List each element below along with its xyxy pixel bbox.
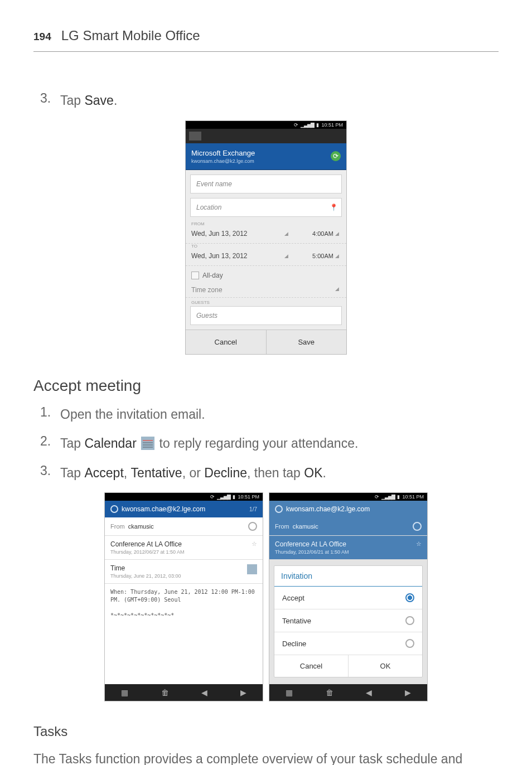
account-email: kwonsam.chae@k2.lge.com bbox=[286, 505, 370, 513]
account-email: kwonsam.chae@k2.lge.com bbox=[122, 505, 205, 513]
star-icon[interactable]: ☆ bbox=[252, 540, 257, 548]
step-bold-2: Tentative bbox=[131, 466, 182, 480]
dropdown-icon: ◢ bbox=[335, 286, 339, 294]
status-bar: ⟳ ▁▃▅▇ ▮ 10:51 PM bbox=[186, 121, 346, 129]
nav-calendar-icon: ▦ bbox=[286, 688, 293, 697]
location-input[interactable]: Location 📍 bbox=[190, 198, 342, 217]
time-value: Thursday, June 21, 2012, 03:00 bbox=[110, 573, 181, 579]
step-prefix: Tap bbox=[60, 466, 84, 480]
guests-input[interactable]: Guests bbox=[190, 306, 342, 325]
from-datetime[interactable]: Wed, Jun 13, 2012 ◢ 4:00AM ◢ bbox=[186, 226, 346, 244]
nav-next-icon[interactable]: ▶ bbox=[240, 688, 246, 697]
step-prefix: Tap bbox=[60, 436, 84, 451]
from-row[interactable]: From ckamusic bbox=[105, 517, 263, 536]
to-label: TO bbox=[191, 244, 346, 249]
calendar-icon[interactable] bbox=[247, 564, 257, 574]
to-date: Wed, Jun 13, 2012 bbox=[191, 252, 283, 260]
bottom-nav: ▦ 🗑 ◀ ▶ bbox=[269, 684, 427, 701]
body-line-2: PM. (GMT+09:00) Seoul bbox=[110, 596, 257, 604]
email-date: Thursday, 2012/06/21 at 1:50 AM bbox=[275, 549, 349, 555]
sync-status-icon: ⟳ bbox=[375, 494, 379, 500]
globe-icon bbox=[110, 505, 118, 513]
clock: 10:51 PM bbox=[238, 494, 259, 500]
map-pin-icon[interactable]: 📍 bbox=[330, 204, 338, 211]
page-header: 194 LG Smart Mobile Office bbox=[33, 28, 499, 52]
timezone-selector[interactable]: Time zone ◢ bbox=[186, 283, 346, 298]
nav-delete-icon: 🗑 bbox=[326, 688, 333, 697]
invitation-dialog: Invitation Accept Tentative Decline Canc… bbox=[274, 565, 423, 677]
dialog-ok-button[interactable]: OK bbox=[348, 655, 422, 677]
dropdown-icon: ◢ bbox=[284, 253, 288, 259]
option-tentative[interactable]: Tentative bbox=[274, 609, 422, 632]
save-button[interactable]: Save bbox=[266, 330, 347, 354]
tasks-paragraph-1: The Tasks function provides a complete o… bbox=[33, 749, 499, 765]
dropdown-icon: ◢ bbox=[284, 231, 288, 236]
account-title: Microsoft Exchange bbox=[191, 149, 255, 157]
event-name-input[interactable]: Event name bbox=[190, 175, 342, 193]
email-subject: Conference At LA Office bbox=[275, 540, 349, 548]
from-value: ckamusic bbox=[128, 523, 154, 530]
radio-icon bbox=[405, 616, 414, 625]
from-content: From ckamusic bbox=[275, 523, 318, 530]
body-line-3: *~*~*~*~*~*~*~*~*~* bbox=[110, 612, 257, 619]
step-text: Open the invitation email. bbox=[60, 405, 205, 424]
dialog-backdrop: Invitation Accept Tentative Decline Canc… bbox=[269, 560, 427, 684]
calendar-tabbar bbox=[186, 129, 346, 143]
time-row[interactable]: Time Thursday, June 21, 2012, 03:00 bbox=[105, 560, 263, 584]
cancel-button[interactable]: Cancel bbox=[186, 330, 266, 354]
phone-email-view: ⟳ ▁▃▅▇ ▮ 10:51 PM kwonsam.chae@k2.lge.co… bbox=[104, 492, 263, 701]
email-subject: Conference At LA Office bbox=[110, 540, 184, 548]
step-bold-3: Decline bbox=[204, 466, 247, 480]
screenshots-invitation: ⟳ ▁▃▅▇ ▮ 10:51 PM kwonsam.chae@k2.lge.co… bbox=[33, 492, 499, 701]
guests-label: GUESTS bbox=[191, 300, 346, 305]
account-selector[interactable]: Microsoft Exchange kwonsam.chae@k2.lge.c… bbox=[186, 143, 346, 170]
all-day-toggle[interactable]: All-day bbox=[186, 266, 346, 283]
from-time: 4:00AM bbox=[290, 230, 333, 237]
step-bold: Save bbox=[84, 93, 113, 108]
step-bold-1: Accept bbox=[84, 466, 123, 480]
globe-icon bbox=[275, 505, 283, 513]
steps-top: 3. Tap Save. bbox=[33, 91, 499, 110]
radio-icon bbox=[405, 639, 414, 648]
option-decline[interactable]: Decline bbox=[274, 632, 422, 655]
battery-icon: ▮ bbox=[316, 122, 319, 128]
nav-delete-icon[interactable]: 🗑 bbox=[161, 688, 169, 697]
subject-row: Conference At LA Office Thursday, 2012/0… bbox=[269, 536, 427, 560]
screenshot-new-event: ⟳ ▁▃▅▇ ▮ 10:51 PM Microsoft Exchange kwo… bbox=[33, 120, 499, 355]
radio-selected-icon bbox=[405, 593, 414, 602]
email-body[interactable]: When: Thursday, June 21, 2012 12:00 PM-1… bbox=[105, 584, 263, 684]
nav-calendar-icon[interactable]: ▦ bbox=[121, 688, 128, 697]
accept-step-1: 1. Open the invitation email. bbox=[40, 405, 499, 424]
sync-icon: ⟳ bbox=[331, 151, 341, 161]
from-label: From bbox=[110, 523, 125, 530]
from-label: FROM bbox=[191, 221, 346, 226]
subject-row: Conference At LA Office Thursday, 2012/0… bbox=[105, 536, 263, 560]
email-account-bar[interactable]: kwonsam.chae@k2.lge.com 1/7 bbox=[105, 501, 263, 517]
battery-icon: ▮ bbox=[233, 494, 235, 500]
expand-icon[interactable] bbox=[248, 522, 257, 531]
step-3: 3. Tap Save. bbox=[40, 91, 499, 110]
option-accept-label: Accept bbox=[282, 594, 304, 602]
account-label: kwonsam.chae@k2.lge.com bbox=[110, 505, 205, 513]
to-datetime[interactable]: Wed, Jun 13, 2012 ◢ 5:00AM ◢ bbox=[186, 249, 346, 266]
nav-prev-icon[interactable]: ◀ bbox=[201, 688, 207, 697]
comma-3: , then tap bbox=[247, 466, 304, 480]
option-accept[interactable]: Accept bbox=[274, 587, 422, 609]
accept-step-3: 3. Tap Accept, Tentative, or Decline, th… bbox=[40, 463, 499, 483]
dialog-cancel-button[interactable]: Cancel bbox=[274, 655, 348, 677]
dialog-buttons: Cancel OK bbox=[274, 655, 422, 677]
from-label: From bbox=[275, 523, 289, 530]
step-number: 3. bbox=[40, 463, 56, 483]
dialog-title: Invitation bbox=[274, 566, 422, 587]
step-suffix: to reply regarding your attendance. bbox=[159, 436, 359, 451]
footer-buttons: Cancel Save bbox=[186, 330, 346, 354]
nav-prev-icon: ◀ bbox=[366, 688, 372, 697]
bottom-nav: ▦ 🗑 ◀ ▶ bbox=[105, 684, 263, 701]
calendar-tab[interactable] bbox=[189, 132, 201, 141]
step-text: Tap Accept, Tentative, or Decline, then … bbox=[60, 463, 326, 483]
nav-next-icon: ▶ bbox=[405, 688, 411, 697]
sync-status-icon: ⟳ bbox=[210, 494, 215, 500]
account-email: kwonsam.chae@k2.lge.com bbox=[191, 158, 255, 164]
from-value: ckamusic bbox=[293, 523, 318, 530]
account-info: Microsoft Exchange kwonsam.chae@k2.lge.c… bbox=[191, 149, 255, 164]
